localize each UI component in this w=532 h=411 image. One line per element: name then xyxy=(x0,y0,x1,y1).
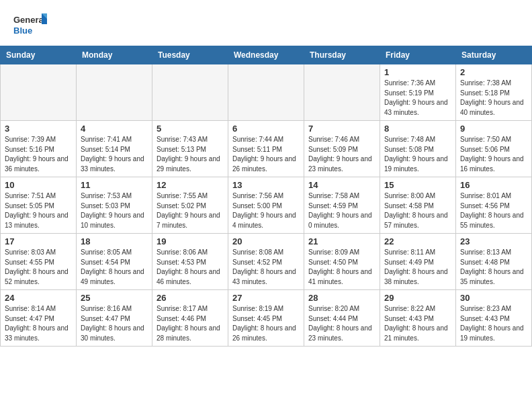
day-number: 24 xyxy=(5,293,72,303)
day-info: Sunrise: 8:20 AM Sunset: 4:44 PM Dayligh… xyxy=(308,304,375,343)
weekday-thursday: Thursday xyxy=(304,46,380,64)
calendar-day-20: 20Sunrise: 8:08 AM Sunset: 4:52 PM Dayli… xyxy=(228,234,304,290)
day-number: 14 xyxy=(308,180,375,190)
day-info: Sunrise: 8:22 AM Sunset: 4:43 PM Dayligh… xyxy=(384,304,451,343)
calendar-day-5: 5Sunrise: 7:43 AM Sunset: 5:13 PM Daylig… xyxy=(152,121,228,177)
day-number: 11 xyxy=(81,180,148,190)
calendar-day-30: 30Sunrise: 8:23 AM Sunset: 4:43 PM Dayli… xyxy=(456,290,532,347)
day-number: 13 xyxy=(232,180,300,190)
calendar-day-14: 14Sunrise: 7:58 AM Sunset: 4:59 PM Dayli… xyxy=(304,177,380,234)
calendar-day-11: 11Sunrise: 7:53 AM Sunset: 5:03 PM Dayli… xyxy=(77,177,152,234)
calendar-week-5: 24Sunrise: 8:14 AM Sunset: 4:47 PM Dayli… xyxy=(1,290,532,347)
day-number: 6 xyxy=(232,124,300,134)
svg-text:Blue: Blue xyxy=(13,26,32,36)
day-info: Sunrise: 7:41 AM Sunset: 5:14 PM Dayligh… xyxy=(81,135,148,174)
day-info: Sunrise: 7:44 AM Sunset: 5:11 PM Dayligh… xyxy=(232,135,300,174)
day-info: Sunrise: 8:09 AM Sunset: 4:50 PM Dayligh… xyxy=(308,248,375,287)
weekday-sunday: Sunday xyxy=(1,46,77,64)
day-number: 12 xyxy=(157,180,224,190)
calendar-empty xyxy=(228,64,304,121)
day-number: 10 xyxy=(5,180,72,190)
calendar-week-3: 10Sunrise: 7:51 AM Sunset: 5:05 PM Dayli… xyxy=(1,177,532,234)
calendar-day-21: 21Sunrise: 8:09 AM Sunset: 4:50 PM Dayli… xyxy=(304,234,380,290)
day-number: 25 xyxy=(81,293,148,303)
day-info: Sunrise: 8:05 AM Sunset: 4:54 PM Dayligh… xyxy=(81,248,148,287)
day-number: 7 xyxy=(308,124,375,134)
day-info: Sunrise: 8:14 AM Sunset: 4:47 PM Dayligh… xyxy=(5,304,72,343)
day-number: 5 xyxy=(157,124,224,134)
calendar-table: SundayMondayTuesdayWednesdayThursdayFrid… xyxy=(0,46,532,347)
calendar-day-22: 22Sunrise: 8:11 AM Sunset: 4:49 PM Dayli… xyxy=(380,234,456,290)
calendar-day-2: 2Sunrise: 7:38 AM Sunset: 5:18 PM Daylig… xyxy=(456,64,532,121)
calendar-empty xyxy=(152,64,228,121)
day-info: Sunrise: 7:56 AM Sunset: 5:00 PM Dayligh… xyxy=(232,191,300,230)
calendar-day-15: 15Sunrise: 8:00 AM Sunset: 4:58 PM Dayli… xyxy=(380,177,456,234)
day-info: Sunrise: 7:55 AM Sunset: 5:02 PM Dayligh… xyxy=(157,191,224,230)
day-number: 15 xyxy=(384,180,451,190)
day-number: 17 xyxy=(5,236,72,246)
day-number: 26 xyxy=(157,293,224,303)
calendar-day-8: 8Sunrise: 7:48 AM Sunset: 5:08 PM Daylig… xyxy=(380,121,456,177)
calendar-day-12: 12Sunrise: 7:55 AM Sunset: 5:02 PM Dayli… xyxy=(152,177,228,234)
day-info: Sunrise: 8:13 AM Sunset: 4:48 PM Dayligh… xyxy=(460,248,527,287)
day-info: Sunrise: 8:01 AM Sunset: 4:56 PM Dayligh… xyxy=(460,191,527,230)
calendar-week-1: 1Sunrise: 7:36 AM Sunset: 5:19 PM Daylig… xyxy=(1,64,532,121)
logo-svg: General Blue xyxy=(13,12,47,40)
day-number: 19 xyxy=(157,236,224,246)
page-header: General Blue xyxy=(0,0,532,46)
day-number: 30 xyxy=(460,293,527,303)
day-number: 2 xyxy=(460,67,527,77)
calendar-day-24: 24Sunrise: 8:14 AM Sunset: 4:47 PM Dayli… xyxy=(1,290,77,347)
day-info: Sunrise: 7:50 AM Sunset: 5:06 PM Dayligh… xyxy=(460,135,527,174)
svg-text:General: General xyxy=(13,15,46,25)
day-info: Sunrise: 8:19 AM Sunset: 4:45 PM Dayligh… xyxy=(232,304,300,343)
day-info: Sunrise: 7:53 AM Sunset: 5:03 PM Dayligh… xyxy=(81,191,148,230)
day-number: 1 xyxy=(384,67,451,77)
day-number: 29 xyxy=(384,293,451,303)
day-info: Sunrise: 7:39 AM Sunset: 5:16 PM Dayligh… xyxy=(5,135,72,174)
day-number: 9 xyxy=(460,124,527,134)
calendar-day-29: 29Sunrise: 8:22 AM Sunset: 4:43 PM Dayli… xyxy=(380,290,456,347)
calendar-empty xyxy=(304,64,380,121)
calendar-day-7: 7Sunrise: 7:46 AM Sunset: 5:09 PM Daylig… xyxy=(304,121,380,177)
day-number: 4 xyxy=(81,124,148,134)
weekday-wednesday: Wednesday xyxy=(228,46,304,64)
day-info: Sunrise: 8:23 AM Sunset: 4:43 PM Dayligh… xyxy=(460,304,527,343)
weekday-saturday: Saturday xyxy=(456,46,532,64)
day-info: Sunrise: 7:51 AM Sunset: 5:05 PM Dayligh… xyxy=(5,191,72,230)
calendar-day-27: 27Sunrise: 8:19 AM Sunset: 4:45 PM Dayli… xyxy=(228,290,304,347)
day-number: 21 xyxy=(308,236,375,246)
day-info: Sunrise: 8:16 AM Sunset: 4:47 PM Dayligh… xyxy=(81,304,148,343)
calendar-day-18: 18Sunrise: 8:05 AM Sunset: 4:54 PM Dayli… xyxy=(77,234,152,290)
day-info: Sunrise: 7:43 AM Sunset: 5:13 PM Dayligh… xyxy=(157,135,224,174)
day-info: Sunrise: 7:38 AM Sunset: 5:18 PM Dayligh… xyxy=(460,79,527,118)
day-number: 8 xyxy=(384,124,451,134)
calendar-day-13: 13Sunrise: 7:56 AM Sunset: 5:00 PM Dayli… xyxy=(228,177,304,234)
calendar-day-3: 3Sunrise: 7:39 AM Sunset: 5:16 PM Daylig… xyxy=(1,121,77,177)
calendar-day-25: 25Sunrise: 8:16 AM Sunset: 4:47 PM Dayli… xyxy=(77,290,152,347)
day-number: 16 xyxy=(460,180,527,190)
calendar-day-6: 6Sunrise: 7:44 AM Sunset: 5:11 PM Daylig… xyxy=(228,121,304,177)
calendar-day-9: 9Sunrise: 7:50 AM Sunset: 5:06 PM Daylig… xyxy=(456,121,532,177)
calendar-day-1: 1Sunrise: 7:36 AM Sunset: 5:19 PM Daylig… xyxy=(380,64,456,121)
day-number: 27 xyxy=(232,293,300,303)
day-info: Sunrise: 8:17 AM Sunset: 4:46 PM Dayligh… xyxy=(157,304,224,343)
day-number: 3 xyxy=(5,124,72,134)
day-info: Sunrise: 8:08 AM Sunset: 4:52 PM Dayligh… xyxy=(232,248,300,287)
calendar-empty xyxy=(1,64,77,121)
calendar-day-23: 23Sunrise: 8:13 AM Sunset: 4:48 PM Dayli… xyxy=(456,234,532,290)
calendar-empty xyxy=(77,64,152,121)
calendar-day-16: 16Sunrise: 8:01 AM Sunset: 4:56 PM Dayli… xyxy=(456,177,532,234)
day-info: Sunrise: 8:11 AM Sunset: 4:49 PM Dayligh… xyxy=(384,248,451,287)
calendar-day-26: 26Sunrise: 8:17 AM Sunset: 4:46 PM Dayli… xyxy=(152,290,228,347)
day-info: Sunrise: 8:03 AM Sunset: 4:55 PM Dayligh… xyxy=(5,248,72,287)
calendar-week-4: 17Sunrise: 8:03 AM Sunset: 4:55 PM Dayli… xyxy=(1,234,532,290)
calendar-week-2: 3Sunrise: 7:39 AM Sunset: 5:16 PM Daylig… xyxy=(1,121,532,177)
day-number: 23 xyxy=(460,236,527,246)
weekday-friday: Friday xyxy=(380,46,456,64)
calendar-day-4: 4Sunrise: 7:41 AM Sunset: 5:14 PM Daylig… xyxy=(77,121,152,177)
day-number: 28 xyxy=(308,293,375,303)
day-info: Sunrise: 7:58 AM Sunset: 4:59 PM Dayligh… xyxy=(308,191,375,230)
day-number: 18 xyxy=(81,236,148,246)
calendar-day-28: 28Sunrise: 8:20 AM Sunset: 4:44 PM Dayli… xyxy=(304,290,380,347)
